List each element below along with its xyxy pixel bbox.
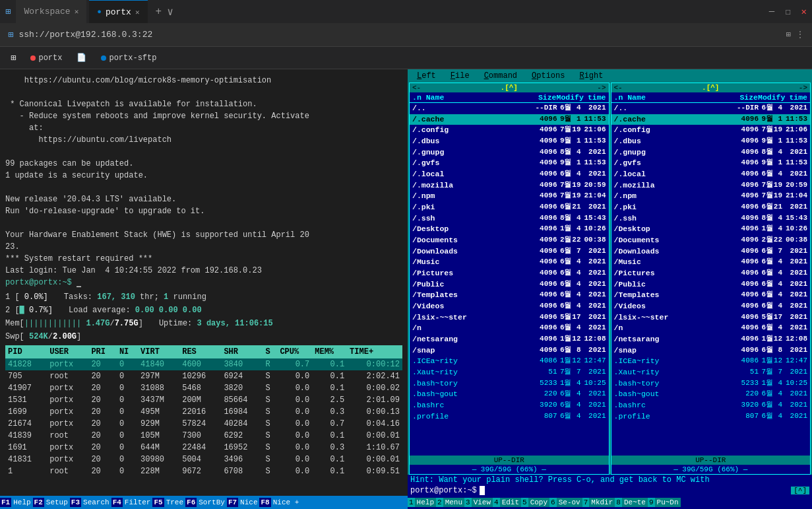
mc-fkey-2[interactable]: 2 Menu [436,496,464,509]
mc-fkey-3[interactable]: 3 View [464,496,493,509]
mc-file-row[interactable]: /Music 4096 6월 4 2021 [611,257,811,268]
mc-file-row[interactable]: /.pki 4096 6월 21 2021 [611,202,811,213]
mc-file-row[interactable]: /snap 4096 6월 8 2021 [410,345,609,356]
mc-file-row[interactable]: /.gnupg 4096 8월 4 2021 [611,147,811,158]
term-fkey-f7[interactable]: F7 Nice [227,496,260,509]
mc-file-row[interactable]: /Music 4096 6월 4 2021 [410,257,609,268]
mc-file-row[interactable]: .Xaut~rity 51 7월 7 2021 [611,367,811,378]
mc-file-row[interactable]: /Pictures 4096 6월 4 2021 [410,268,609,279]
mc-file-row[interactable]: /Desktop 4096 1월 4 10:26 [410,224,609,235]
mc-menu-file[interactable]: File [444,71,476,81]
mc-file-row[interactable]: /Videos 4096 6월 4 2021 [611,301,811,312]
minimize-button[interactable]: — [769,6,774,17]
mc-menu-options[interactable]: Options [525,71,571,81]
mc-file-row[interactable]: .bash~tory 5233 1월 4 10:25 [611,378,811,390]
mc-fkey-8[interactable]: 8 De~te [615,496,648,509]
mc-file-row[interactable]: /Public 4096 6월 4 2021 [410,279,609,290]
grid-icon[interactable]: ⊞ [786,30,791,40]
mc-file-row[interactable]: /Documents 4096 2월 22 00:38 [611,235,811,246]
mc-file-row[interactable]: /n 4096 6월 4 2021 [410,323,609,334]
mc-file-row[interactable]: /.local 4096 6월 4 2021 [611,169,811,180]
tab-portx[interactable]: ● portx ✕ [89,0,147,23]
mc-file-row[interactable]: /n 4096 6월 4 2021 [611,323,811,334]
mc-file-row[interactable]: /.config 4096 7월 19 21:06 [611,125,811,136]
terminal-panel[interactable]: https://ubuntu.com/blog/microk8s-memory-… [0,69,408,509]
term-fkey-f1[interactable]: F1 Help [0,496,33,509]
mc-file-row[interactable]: /snap 4096 6월 8 2021 [611,345,811,356]
mc-file-row[interactable]: /.local 4096 6월 4 2021 [410,169,609,180]
mc-file-row[interactable]: /.pki 4096 6월 21 2021 [410,202,609,213]
mc-menu-left[interactable]: Left [410,71,443,81]
mc-file-row[interactable]: .profile 807 6월 4 2021 [611,411,811,423]
mc-file-row[interactable]: /.. --DIR 6월 4 2021 [410,103,609,114]
term-fkey-f8[interactable]: F8 Nice + [259,496,301,509]
mc-file-row[interactable]: /lsix-~~ster 4096 5월 17 2021 [611,312,811,323]
more-options-icon[interactable]: ⋮ [796,30,804,40]
mc-menu-right[interactable]: Right [573,71,609,81]
mc-file-row[interactable]: /.npm 4096 7월 19 21:04 [410,191,609,202]
mc-right-nav-right[interactable]: -> [799,84,807,92]
mc-file-row[interactable]: /.npm 4096 7월 19 21:04 [611,191,811,202]
mc-fkey-7[interactable]: 7 Mkdir [582,496,615,509]
mc-file-row[interactable]: /Desktop 4096 1월 4 10:26 [611,224,811,235]
term-fkey-f5[interactable]: F5 Tree [152,496,185,509]
mc-file-row[interactable]: /.mozilla 4096 7월 19 20:59 [611,180,811,191]
mc-file-row[interactable]: /.cache 4096 9월 1 11:53 [611,114,811,125]
mc-file-row[interactable]: /.gvfs 4096 9월 1 11:53 [611,158,811,169]
tab-workspace[interactable]: Workspace ✕ [16,0,86,23]
tab-workspace-close[interactable]: ✕ [75,7,79,16]
mc-file-row[interactable]: /Public 4096 6월 4 2021 [611,279,811,290]
mc-fkey-6[interactable]: 6 Se-ov [549,496,582,509]
mc-file-row[interactable]: /.ssh 4096 8월 4 15:43 [611,213,811,224]
mc-fkey-9[interactable]: 9 Pu~Dn [648,496,681,509]
mc-file-row[interactable]: .bash~gout 220 6월 4 2021 [611,389,811,400]
mc-file-row[interactable]: /Downloads 4096 6월 7 2021 [410,246,609,257]
toolbar-reconnect[interactable]: ⊞ [5,51,21,65]
mc-file-row[interactable]: /.ssh 4096 8월 4 15:43 [410,213,609,224]
tab-controls[interactable]: + ∨ [156,5,173,18]
mc-file-row[interactable]: /lsix-~~ster 4096 5월 17 2021 [410,312,609,323]
mc-file-row[interactable]: .profile 807 6월 4 2021 [410,411,609,423]
mc-left-nav-right[interactable]: -> [597,84,606,92]
mc-file-row[interactable]: .Xaut~rity 51 7월 7 2021 [410,367,609,378]
term-fkey-f3[interactable]: F3 Search [70,496,111,509]
mc-file-row[interactable]: .ICEa~rity 4086 1월 12 12:47 [410,356,609,367]
mc-file-row[interactable]: /.dbus 4096 9월 1 11:53 [410,136,609,147]
toolbar-portx-sftp[interactable]: portx-sftp [96,52,162,64]
mc-left-nav-left[interactable]: <- [412,84,421,92]
mc-file-row[interactable]: .bash~gout 220 6월 4 2021 [410,389,609,400]
term-fkey-f2[interactable]: F2 Setup [33,496,70,509]
mc-file-row[interactable]: .bash~tory 5233 1월 4 10:25 [410,378,609,390]
mc-file-row[interactable]: /Templates 4096 6월 4 2021 [410,290,609,301]
mc-fkey-4[interactable]: 4 Edit [493,496,521,509]
term-fkey-f6[interactable]: F6 SortBy [185,496,227,509]
mc-file-row[interactable]: /Downloads 4096 6월 7 2021 [611,246,811,257]
mc-fkey-1[interactable]: 1 Help [408,496,436,509]
mc-file-row[interactable]: /.dbus 4096 9월 1 11:53 [611,136,811,147]
new-tab-button[interactable]: + [156,6,162,18]
close-button[interactable]: ✕ [801,6,807,17]
mc-cmd-line[interactable]: portx@portx:~$ [^] [408,485,812,496]
mc-file-row[interactable]: /.. --DIR 6월 4 2021 [611,103,811,114]
toolbar-portx[interactable]: portx [25,52,67,64]
maximize-button[interactable]: ☐ [785,6,790,17]
mc-file-row[interactable]: /Templates 4096 6월 4 2021 [611,290,811,301]
tab-dropdown-button[interactable]: ∨ [167,5,173,18]
mc-file-row[interactable]: /.gvfs 4096 9월 1 11:53 [410,158,609,169]
mc-right-nav-left[interactable]: <- [614,84,623,92]
mc-file-row[interactable]: /netsarang 4096 1월 12 12:08 [611,334,811,345]
mc-fkey-5[interactable]: 5 Copy [521,496,549,509]
mc-file-row[interactable]: /Pictures 4096 6월 4 2021 [611,268,811,279]
tab-portx-close[interactable]: ✕ [135,8,140,17]
mc-file-row[interactable]: /.config 4096 7월 19 21:06 [410,125,609,136]
mc-file-row[interactable]: /.gnupg 4096 8월 4 2021 [410,147,609,158]
mc-file-row[interactable]: /Videos 4096 6월 4 2021 [410,301,609,312]
mc-file-row[interactable]: .bashrc 3920 6월 4 2021 [410,400,609,411]
mc-menu-command[interactable]: Command [478,71,524,81]
toolbar-file-icon[interactable]: 📄 [71,51,92,64]
term-fkey-f4[interactable]: F4 Filter [111,496,153,509]
mc-file-row[interactable]: .bashrc 3920 6월 4 2021 [611,400,811,411]
mc-file-row[interactable]: /Documents 4096 2월 22 00:38 [410,235,609,246]
mc-file-row[interactable]: .ICEa~rity 4086 1월 12 12:47 [611,356,811,367]
mc-file-row[interactable]: /.cache 4096 9월 1 11:53 [410,114,609,125]
